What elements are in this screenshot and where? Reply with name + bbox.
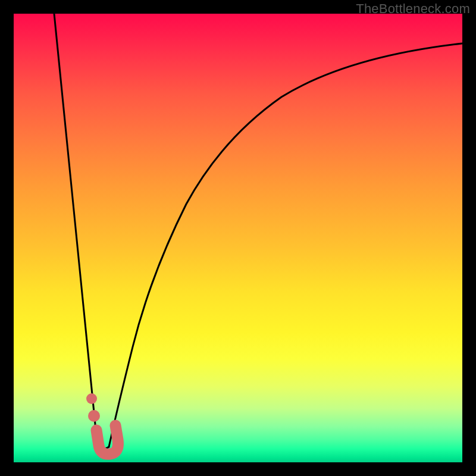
marker-hook — [96, 425, 118, 454]
chart-frame: TheBottleneck.com — [0, 0, 476, 476]
plot-area — [14, 14, 462, 462]
curve-right-branch — [109, 43, 462, 447]
watermark-text: TheBottleneck.com — [356, 1, 470, 17]
marker-dot-1 — [86, 393, 97, 404]
marker-dot-2 — [88, 410, 100, 422]
curve-left-branch — [54, 14, 97, 442]
curve-layer — [14, 14, 462, 462]
